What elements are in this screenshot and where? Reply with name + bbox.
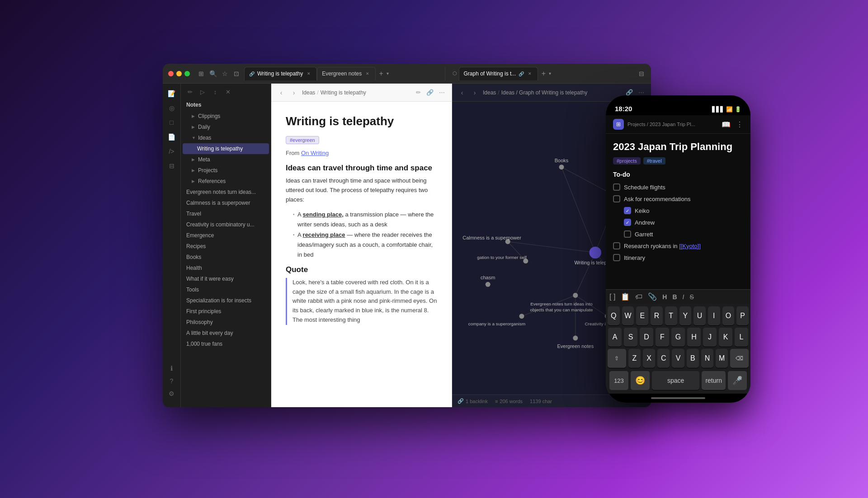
key-a[interactable]: A — [608, 328, 622, 347]
sidebar-item-health[interactable]: Health — [183, 263, 269, 273]
forward-button[interactable]: › — [289, 88, 298, 97]
layout-icon[interactable]: ⊡ — [232, 70, 241, 78]
info-icon[interactable]: ℹ — [165, 362, 178, 375]
numbers-key[interactable]: 123 — [609, 371, 628, 390]
editor-content[interactable]: Writing is telepathy #evergreen From On … — [271, 102, 452, 407]
sidebar-item-books[interactable]: Books — [183, 252, 269, 263]
from-link[interactable]: On Writing — [301, 150, 329, 156]
backspace-key[interactable]: ⌫ — [730, 349, 749, 368]
key-s[interactable]: S — [624, 328, 637, 347]
todo-andrew[interactable]: Andrew — [613, 218, 743, 227]
key-l[interactable]: L — [735, 328, 748, 347]
tag-icon[interactable]: 🏷 — [635, 293, 642, 301]
window-layout-icon[interactable]: ⊟ — [637, 70, 646, 78]
notes-icon[interactable]: 📝 — [165, 87, 178, 100]
tab-writing-telepathy[interactable]: 🔗 Writing is telepathy ✕ — [244, 67, 317, 80]
sidebar-item-little-bit[interactable]: A little bit every day — [183, 328, 269, 338]
key-x[interactable]: X — [643, 349, 655, 368]
attachment-icon[interactable]: 📎 — [648, 292, 657, 301]
tab-graph[interactable]: Graph of Writing is t... 🔗 ✕ — [459, 67, 538, 80]
tab-close-button[interactable]: ✕ — [306, 70, 312, 77]
settings-icon[interactable]: ⚙ — [165, 387, 178, 400]
sidebar-item-projects[interactable]: ▶ Projects — [183, 165, 269, 176]
key-d[interactable]: D — [640, 328, 653, 347]
microphone-key[interactable]: 🎤 — [728, 371, 747, 390]
checkbox-schedule-flights[interactable] — [613, 183, 620, 191]
breadcrumb-ideas[interactable]: Ideas — [302, 89, 315, 96]
sidebar-item-specialization[interactable]: Specialization is for insects — [183, 295, 269, 306]
kyoto-link[interactable]: [[Kyoto]] — [679, 243, 701, 249]
space-key[interactable]: space — [652, 371, 699, 390]
bracket-icon[interactable]: [ ] — [609, 293, 615, 301]
sidebar-item-writing-telepathy[interactable]: Writing is telepathy — [183, 143, 269, 154]
todo-garrett[interactable]: Garrett — [613, 230, 743, 239]
key-h[interactable]: H — [687, 328, 701, 347]
key-j[interactable]: J — [703, 328, 717, 347]
tab-close-button[interactable]: ✕ — [527, 70, 533, 77]
key-b[interactable]: B — [687, 349, 699, 368]
todo-ryokans[interactable]: Research ryokans in [[Kyoto]] — [613, 241, 743, 250]
checkbox-ryokans[interactable] — [613, 242, 620, 249]
more-options-icon[interactable]: ⋯ — [437, 88, 446, 97]
bold-icon[interactable]: B — [672, 293, 677, 301]
key-g[interactable]: G — [671, 328, 685, 347]
shift-key[interactable]: ⇧ — [608, 349, 626, 368]
search-icon[interactable]: 🔍 — [209, 70, 217, 78]
phone-app-icon[interactable]: ⊞ — [613, 119, 624, 130]
key-i[interactable]: I — [708, 306, 720, 325]
sidebar-item-calmness[interactable]: Calmness is a superpower — [183, 197, 269, 208]
key-w[interactable]: W — [622, 306, 634, 325]
sidebar-item-first-principles[interactable]: First principles — [183, 306, 269, 317]
key-e[interactable]: E — [636, 306, 648, 325]
sidebar-item-recipes[interactable]: Recipes — [183, 241, 269, 252]
key-f[interactable]: F — [656, 328, 669, 347]
book-icon[interactable]: 📖 — [722, 120, 731, 129]
edit-icon[interactable]: ✏ — [414, 88, 423, 97]
todo-ask-recommendations[interactable]: Ask for recommendations — [613, 194, 743, 203]
key-p[interactable]: P — [736, 306, 749, 325]
calendar-icon[interactable]: □ — [165, 116, 178, 129]
todo-itinerary[interactable]: Itinerary — [613, 253, 743, 262]
key-u[interactable]: U — [693, 306, 706, 325]
breadcrumb-ideas[interactable]: Ideas — [483, 89, 496, 96]
sidebar-item-daily[interactable]: ▶ Daily — [183, 122, 269, 132]
tab-overflow-chevron-2[interactable]: ▾ — [549, 71, 551, 76]
close-panel-icon[interactable]: ✕ — [223, 87, 232, 96]
key-t[interactable]: T — [665, 306, 677, 325]
tab-overflow-chevron[interactable]: ▾ — [387, 71, 389, 76]
folder-icon[interactable]: ▷ — [198, 87, 207, 96]
key-q[interactable]: Q — [608, 306, 620, 325]
add-tab-button[interactable]: + — [376, 68, 387, 79]
fullscreen-button[interactable] — [184, 71, 190, 76]
sidebar-item-creativity[interactable]: Creativity is combinatory u... — [183, 219, 269, 230]
strikethrough-icon[interactable]: S — [689, 293, 693, 301]
archive-icon[interactable]: ↕ — [211, 87, 220, 96]
add-tab-button-2[interactable]: + — [538, 68, 549, 79]
sidebar-item-emergence[interactable]: Emergence — [183, 230, 269, 241]
sidebar-item-evergreen-notes[interactable]: Evergreen notes turn ideas... — [183, 187, 269, 197]
graph-back-button[interactable]: ‹ — [458, 88, 467, 97]
tag-travel[interactable]: #travel — [643, 157, 665, 164]
graph-nav-icon[interactable]: ◎ — [165, 102, 178, 114]
todo-keiko[interactable]: Keiko — [613, 206, 743, 215]
italic-icon[interactable]: I — [683, 293, 684, 301]
checkbox-andrew[interactable] — [624, 219, 631, 226]
heading-icon[interactable]: H — [662, 293, 667, 301]
edit-icon[interactable]: ✏ — [185, 87, 194, 96]
key-c[interactable]: C — [657, 349, 670, 368]
help-icon[interactable]: ? — [165, 375, 178, 387]
sidebar-item-ideas[interactable]: ▼ Ideas — [183, 132, 269, 143]
emoji-key[interactable]: 😊 — [631, 371, 650, 390]
sidebar-item-1000-fans[interactable]: 1,000 true fans — [183, 338, 269, 349]
sidebar-item-tools[interactable]: Tools — [183, 284, 269, 295]
tag-badge[interactable]: #evergreen — [286, 136, 319, 144]
link-icon[interactable]: 🔗 — [425, 88, 434, 97]
sidebar-toggle-icon[interactable]: ⊞ — [197, 70, 205, 78]
checkbox-keiko[interactable] — [624, 207, 631, 214]
sidebar-item-references[interactable]: ▶ References — [183, 176, 269, 187]
sidebar-item-easy[interactable]: What if it were easy — [183, 273, 269, 284]
terminal-icon[interactable]: /> — [165, 145, 178, 158]
back-button[interactable]: ‹ — [277, 88, 286, 97]
sidebar-item-philosophy[interactable]: Philosophy — [183, 317, 269, 328]
sidebar-item-travel[interactable]: Travel — [183, 208, 269, 219]
